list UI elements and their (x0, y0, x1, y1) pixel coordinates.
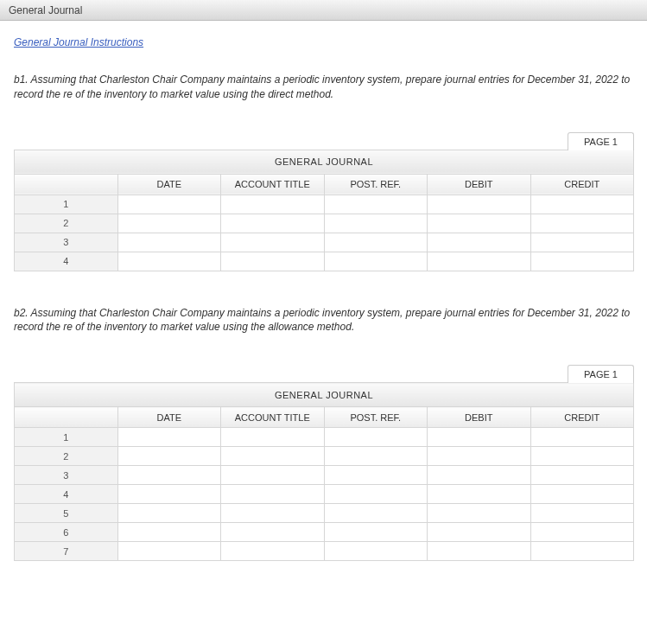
col-date: DATE (117, 407, 221, 428)
cell-credit[interactable] (530, 194, 634, 214)
row-number: 3 (15, 466, 118, 485)
journal-table-b1: GENERAL JOURNAL DATE ACCOUNT TITLE POST.… (14, 150, 634, 271)
tab-bar: General Journal (0, 0, 647, 21)
cell-credit[interactable] (530, 252, 634, 271)
col-rownum (15, 407, 118, 428)
cell-postref[interactable] (324, 428, 428, 447)
cell-account[interactable] (221, 485, 325, 504)
cell-date[interactable] (117, 252, 221, 271)
table-row: 4 (15, 485, 634, 504)
col-postref: POST. REF. (324, 407, 428, 428)
table-row: 1 (15, 194, 634, 214)
cell-postref[interactable] (324, 252, 428, 271)
cell-date[interactable] (117, 504, 221, 523)
cell-credit[interactable] (530, 542, 634, 561)
cell-date[interactable] (117, 542, 221, 561)
col-debit: DEBIT (428, 407, 531, 428)
col-postref: POST. REF. (324, 174, 428, 194)
cell-date[interactable] (117, 485, 221, 504)
cell-debit[interactable] (428, 194, 531, 214)
cell-account[interactable] (221, 214, 325, 233)
cell-postref[interactable] (324, 504, 428, 523)
cell-account[interactable] (221, 233, 325, 252)
cell-account[interactable] (221, 523, 325, 542)
cell-date[interactable] (117, 428, 221, 447)
col-account: ACCOUNT TITLE (221, 174, 325, 194)
cell-postref[interactable] (324, 523, 428, 542)
cell-account[interactable] (221, 542, 325, 561)
cell-debit[interactable] (428, 504, 531, 523)
cell-postref[interactable] (324, 466, 428, 485)
cell-credit[interactable] (530, 485, 634, 504)
cell-account[interactable] (221, 447, 325, 466)
cell-credit[interactable] (530, 466, 634, 485)
table-row: 3 (15, 233, 634, 252)
page-tab-b1[interactable]: PAGE 1 (568, 132, 634, 150)
journal-block-b1: PAGE 1 GENERAL JOURNAL DATE ACCOUNT TITL… (14, 131, 633, 271)
cell-debit[interactable] (428, 447, 531, 466)
journal-block-b2: PAGE 1 GENERAL JOURNAL DATE ACCOUNT TITL… (14, 364, 633, 561)
cell-debit[interactable] (428, 428, 531, 447)
table-row: 6 (15, 523, 634, 542)
cell-account[interactable] (221, 194, 325, 214)
col-credit: CREDIT (530, 407, 634, 428)
cell-account[interactable] (221, 466, 325, 485)
row-number: 2 (15, 214, 118, 233)
cell-date[interactable] (117, 194, 221, 214)
cell-debit[interactable] (428, 485, 531, 504)
row-number: 4 (15, 485, 118, 504)
cell-debit[interactable] (428, 542, 531, 561)
cell-credit[interactable] (530, 428, 634, 447)
cell-postref[interactable] (324, 233, 428, 252)
tab-title: General Journal (9, 4, 82, 16)
table-title-b2: GENERAL JOURNAL (15, 383, 634, 407)
row-number: 1 (15, 194, 118, 214)
row-number: 5 (15, 504, 118, 523)
prompt-b1: b1. Assuming that Charleston Chair Compa… (14, 73, 633, 102)
cell-account[interactable] (221, 252, 325, 271)
table-row: 4 (15, 252, 634, 271)
content-area: General Journal Instructions b1. Assumin… (0, 21, 647, 570)
page-tab-row-b2: PAGE 1 (14, 364, 634, 382)
row-number: 1 (15, 428, 118, 447)
row-number: 3 (15, 233, 118, 252)
cell-credit[interactable] (530, 504, 634, 523)
cell-credit[interactable] (530, 214, 634, 233)
page-tab-b2[interactable]: PAGE 1 (568, 365, 634, 383)
cell-date[interactable] (117, 447, 221, 466)
table-title-b1: GENERAL JOURNAL (15, 150, 634, 174)
col-debit: DEBIT (428, 174, 531, 194)
cell-debit[interactable] (428, 252, 531, 271)
page-tab-row-b1: PAGE 1 (14, 131, 634, 150)
cell-credit[interactable] (530, 447, 634, 466)
row-number: 2 (15, 447, 118, 466)
cell-date[interactable] (117, 214, 221, 233)
cell-postref[interactable] (324, 485, 428, 504)
row-number: 7 (15, 542, 118, 561)
col-rownum (15, 174, 118, 194)
cell-date[interactable] (117, 233, 221, 252)
cell-account[interactable] (221, 428, 325, 447)
cell-postref[interactable] (324, 214, 428, 233)
col-credit: CREDIT (530, 174, 634, 194)
cell-account[interactable] (221, 504, 325, 523)
table-row: 5 (15, 504, 634, 523)
cell-debit[interactable] (428, 466, 531, 485)
prompt-b2: b2. Assuming that Charleston Chair Compa… (14, 306, 633, 335)
cell-debit[interactable] (428, 233, 531, 252)
cell-date[interactable] (117, 523, 221, 542)
cell-credit[interactable] (530, 233, 634, 252)
instructions-link[interactable]: General Journal Instructions (14, 36, 143, 48)
table-row: 3 (15, 466, 634, 485)
table-row: 2 (15, 214, 634, 233)
cell-postref[interactable] (324, 542, 428, 561)
cell-date[interactable] (117, 466, 221, 485)
cell-postref[interactable] (324, 447, 428, 466)
col-account: ACCOUNT TITLE (221, 407, 325, 428)
cell-debit[interactable] (428, 214, 531, 233)
cell-postref[interactable] (324, 194, 428, 214)
cell-debit[interactable] (428, 523, 531, 542)
journal-table-b2: GENERAL JOURNAL DATE ACCOUNT TITLE POST.… (14, 382, 634, 561)
table-row: 2 (15, 447, 634, 466)
cell-credit[interactable] (530, 523, 634, 542)
